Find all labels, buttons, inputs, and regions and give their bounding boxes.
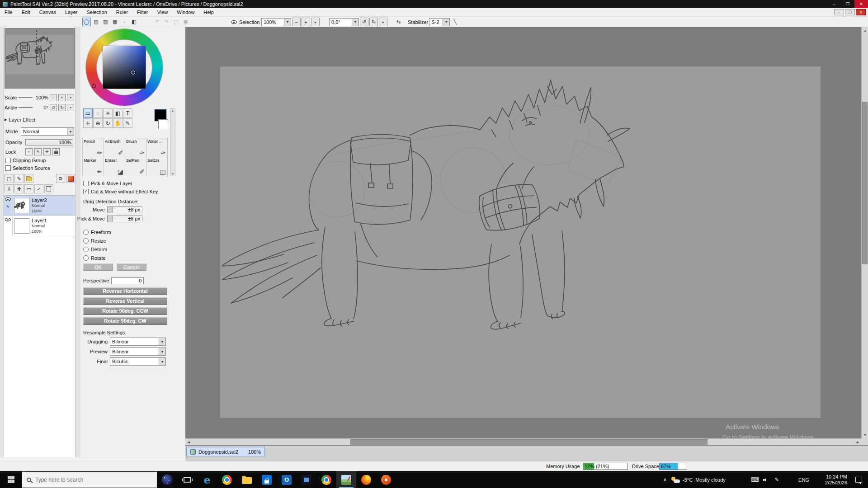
chevron-down-icon[interactable]: ▼ — [284, 19, 291, 26]
file-explorer-taskbar-button[interactable] — [237, 471, 257, 488]
firefox-taskbar-button[interactable] — [356, 471, 376, 488]
language-indicator[interactable]: ENG — [796, 471, 812, 488]
search-box[interactable] — [22, 471, 157, 488]
final-resample-dropdown[interactable]: Bicubic ▼ — [110, 357, 166, 366]
minimize-button[interactable]: – — [827, 0, 841, 8]
chevron-down-icon[interactable]: ▼ — [159, 348, 165, 355]
new-layer-button[interactable]: ▢ — [5, 174, 14, 183]
angle-reset-button[interactable]: ▪ — [379, 18, 387, 26]
background-color-swatch[interactable] — [158, 119, 168, 129]
search-input[interactable] — [35, 477, 144, 483]
rotate-90-cw-button[interactable]: Rotate 90deg. CW — [83, 317, 167, 325]
clear-layer-button[interactable]: ▭ — [24, 184, 33, 193]
start-button[interactable] — [0, 471, 22, 488]
layer-visibility-icon[interactable] — [5, 218, 11, 221]
angle-reset-button[interactable]: ▪ — [67, 104, 74, 111]
resize-option[interactable]: Resize — [83, 237, 106, 244]
angle-dropdown[interactable]: 0.0° ▼ — [329, 18, 359, 26]
layer-item-layer1[interactable]: Layer1 Normal 100% — [4, 216, 75, 236]
rotate-view-icon[interactable]: ↻ — [103, 118, 113, 128]
deselect-button[interactable]: ▢ — [172, 18, 180, 26]
close-button[interactable]: ✕ — [854, 0, 868, 8]
chevron-down-icon[interactable]: ▼ — [67, 128, 74, 135]
horizontal-scrollbar[interactable]: ◀ ▶ — [185, 438, 861, 445]
pick-move-distance-slider[interactable]: ±8 px — [107, 216, 142, 222]
scale-down-button[interactable]: − — [50, 94, 57, 101]
layer-panel-extra-button[interactable]: ⧉ — [56, 174, 65, 183]
menu-help[interactable]: Help — [199, 8, 218, 17]
selection-source-row[interactable]: Selection Source — [4, 165, 75, 171]
chrome-taskbar-button[interactable] — [217, 471, 237, 488]
selection-visibility-button[interactable] — [230, 18, 238, 26]
new-linework-layer-button[interactable]: ✎ — [14, 174, 24, 183]
clock[interactable]: 10:24 PM 2/25/2026 — [813, 471, 849, 488]
dragging-resample-dropdown[interactable]: Bilinear ▼ — [110, 338, 166, 346]
painttool-sai-taskbar-button[interactable] — [336, 471, 356, 488]
scroll-left-icon[interactable]: ◀ — [185, 439, 192, 446]
zoom-tool-icon[interactable]: ⊕ — [93, 118, 103, 128]
new-layer-folder-button[interactable] — [24, 174, 33, 183]
chevron-down-icon[interactable]: ▼ — [159, 338, 165, 345]
toolbar-view-button-1[interactable]: ▤ — [92, 18, 100, 26]
clipping-group-checkbox[interactable] — [5, 158, 11, 163]
doc-close-button[interactable]: ✕ — [856, 9, 866, 15]
toolbar-view-button-4[interactable]: ▫ — [120, 18, 129, 26]
scroll-down-icon[interactable]: ▼ — [171, 173, 174, 175]
outlook-taskbar-button[interactable]: O — [277, 471, 297, 488]
special-layer-button[interactable] — [66, 174, 75, 183]
vertical-scroll-thumb[interactable] — [862, 102, 868, 264]
doc-restore-button[interactable]: ❐ — [845, 9, 855, 15]
hand-tool-icon[interactable]: ✋ — [113, 118, 123, 128]
tray-expand-button[interactable]: ∧ — [660, 471, 670, 488]
lock-all-button[interactable] — [52, 148, 60, 155]
angle-slider[interactable] — [19, 107, 33, 108]
layer-item-layer2[interactable]: ✎ Layer2 Normal 100% — [4, 196, 75, 216]
scale-reset-button[interactable]: ▪ — [67, 94, 74, 101]
tool-selpen[interactable]: SelPen✐ — [125, 157, 146, 176]
resize-radio[interactable] — [83, 238, 89, 244]
layer-visibility-icon[interactable] — [5, 197, 11, 201]
cortana-button[interactable] — [157, 471, 177, 488]
volume-tray-button[interactable] — [760, 471, 771, 488]
invert-selection-button[interactable]: ▣ — [181, 18, 190, 26]
deform-radio[interactable] — [83, 247, 89, 252]
scale-up-button[interactable]: + — [58, 94, 66, 101]
ok-button[interactable]: OK — [83, 263, 113, 271]
canvas[interactable] — [220, 66, 821, 418]
scroll-right-icon[interactable]: ▶ — [854, 439, 861, 446]
menu-ruler[interactable]: Ruler — [112, 8, 132, 17]
edge-taskbar-button[interactable]: e — [197, 471, 217, 488]
tool-water[interactable]: Water ..✑ — [146, 138, 168, 157]
pick-move-layer-checkbox[interactable] — [83, 181, 89, 186]
lock-move-button[interactable]: ✛ — [43, 148, 51, 155]
menu-view[interactable]: View — [153, 8, 173, 17]
menu-selection[interactable]: Selection — [82, 8, 112, 17]
toolbar-view-button-2[interactable]: ▥ — [101, 18, 110, 26]
preview-resample-dropdown[interactable]: Bilinear ▼ — [110, 347, 166, 356]
menu-filter[interactable]: Filter — [132, 8, 152, 17]
scroll-up-icon[interactable]: ▲ — [171, 109, 174, 112]
store-taskbar-button[interactable] — [257, 471, 277, 488]
cut-move-checkbox[interactable]: ✓ — [83, 189, 89, 194]
reverse-vertical-button[interactable]: Reverse Vertical — [83, 297, 167, 305]
eyedropper-icon[interactable]: ✎ — [123, 118, 132, 128]
flip-view-icon[interactable]: ⇆ — [394, 18, 403, 26]
cancel-button[interactable]: Cancel — [117, 263, 146, 271]
angle-ccw-button[interactable]: ↺ — [50, 104, 57, 111]
text-tool-icon[interactable]: T — [123, 108, 132, 118]
perspective-input[interactable] — [111, 277, 144, 284]
lock-transparency-button[interactable]: ▫ — [25, 148, 33, 155]
move-distance-slider[interactable]: ±8 px — [107, 206, 142, 213]
tool-selers[interactable]: SelErs◫ — [146, 157, 168, 176]
lock-paint-button[interactable]: ✎ — [34, 148, 42, 155]
rotate-ccw-button[interactable]: ↺ — [360, 18, 368, 26]
scroll-down-icon[interactable]: ▼ — [862, 432, 868, 438]
zoom-dropdown[interactable]: 100% ▼ — [261, 18, 291, 26]
cut-move-option[interactable]: ✓ Cut & Move without Effect Key — [83, 188, 158, 195]
tool-list-scrollbar[interactable]: ▲ ▼ — [170, 108, 175, 176]
toolbar-view-button-3[interactable]: ▦ — [111, 18, 119, 26]
chrome2-taskbar-button[interactable] — [316, 471, 336, 488]
ellipse-select-button[interactable]: ◯ — [82, 18, 91, 26]
lasso-icon[interactable]: ◌ — [93, 108, 103, 118]
keyboard-tray-button[interactable]: ⌨ — [750, 471, 760, 488]
